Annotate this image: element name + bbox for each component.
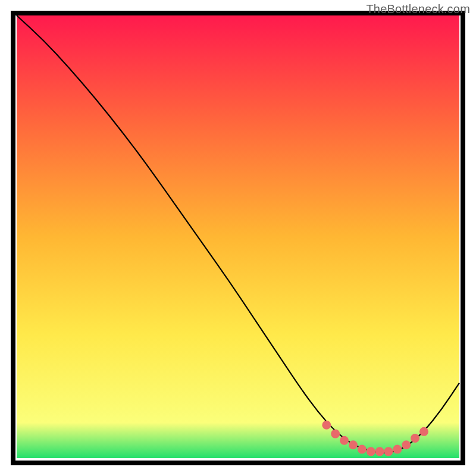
optimal-dot xyxy=(384,447,393,456)
optimal-dot xyxy=(331,430,340,439)
watermark-text: TheBottleneck.com xyxy=(366,2,470,16)
optimal-dot xyxy=(402,440,411,449)
optimal-dot xyxy=(419,427,428,436)
optimal-dot xyxy=(322,421,331,430)
chart-container: TheBottleneck.com xyxy=(0,0,476,476)
optimal-dot xyxy=(393,445,402,454)
optimal-dot xyxy=(349,440,358,449)
optimal-dot xyxy=(340,436,349,445)
optimal-dot xyxy=(375,447,384,456)
gradient-background xyxy=(17,15,459,458)
optimal-dot xyxy=(411,434,419,443)
optimal-dot xyxy=(358,445,367,454)
bottleneck-chart xyxy=(0,0,476,476)
optimal-dot xyxy=(367,447,375,456)
